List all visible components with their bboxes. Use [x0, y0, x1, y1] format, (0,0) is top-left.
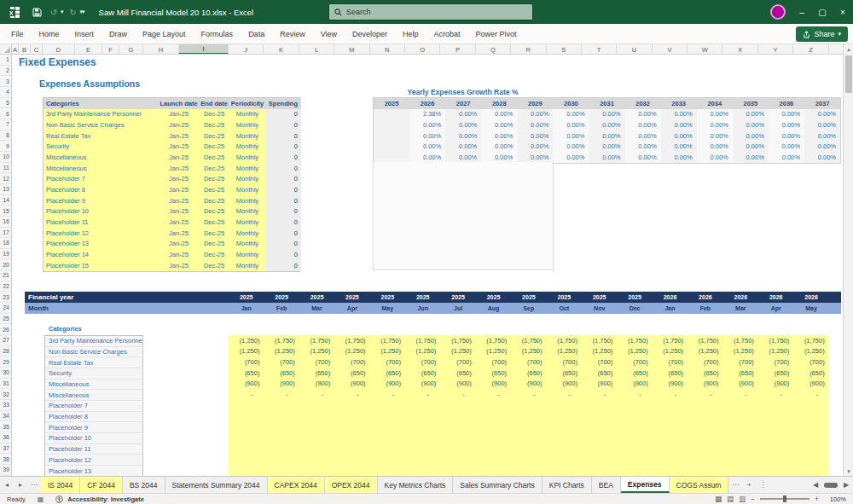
assumptions-row[interactable]: Placeholder 15Jan-25Dec-25Monthly0: [44, 260, 299, 271]
monthly-value-cell[interactable]: (700): [722, 356, 757, 368]
monthly-value-cell[interactable]: [299, 432, 334, 443]
ribbon-tab-page-layout[interactable]: Page Layout: [135, 24, 194, 44]
month-cell[interactable]: Feb: [264, 303, 299, 314]
row-header-20[interactable]: 20: [0, 259, 11, 270]
column-header-V[interactable]: V: [653, 44, 688, 55]
fy-year-cell[interactable]: 2026: [688, 292, 722, 303]
row-header-38[interactable]: 38: [0, 454, 11, 465]
monthly-value-cell[interactable]: [405, 465, 440, 476]
growth-cell[interactable]: 0.00%: [409, 130, 445, 142]
tab-prev-button[interactable]: ◂: [0, 477, 14, 493]
monthly-value-cell[interactable]: (1,250): [299, 346, 334, 357]
monthly-value-cell[interactable]: [476, 443, 511, 455]
view-page-break-button[interactable]: ▥: [739, 495, 746, 503]
growth-cell[interactable]: 0.00%: [625, 109, 661, 120]
monthly-value-cell[interactable]: (700): [334, 356, 369, 368]
hscroll-left-button[interactable]: ◀: [809, 481, 822, 489]
monthly-value-cell[interactable]: [476, 454, 511, 465]
assumptions-cell-spending[interactable]: 0: [265, 195, 301, 206]
zoom-slider-thumb[interactable]: [783, 495, 786, 502]
row-header-39[interactable]: 39: [0, 465, 11, 476]
monthly-value-cell[interactable]: [334, 443, 369, 455]
fy-year-cell[interactable]: 2026: [758, 292, 793, 303]
zoom-out-button[interactable]: −: [751, 495, 755, 503]
fy-year-cell[interactable]: 2025: [405, 292, 440, 303]
growth-year-2027[interactable]: 2027: [445, 98, 481, 109]
monthly-value-cell[interactable]: [405, 454, 440, 465]
monthly-value-cell[interactable]: [582, 443, 617, 455]
monthly-category[interactable]: Placeholder 11: [45, 444, 142, 455]
monthly-value-cell[interactable]: (1,750): [793, 335, 828, 346]
assumptions-cell-end[interactable]: Dec-25: [199, 195, 229, 206]
row-header-7[interactable]: 7: [0, 119, 11, 130]
monthly-value-cell[interactable]: [547, 465, 582, 476]
growth-year-2037[interactable]: 2037: [804, 98, 840, 109]
fy-year-cell[interactable]: 2025: [547, 292, 582, 303]
growth-cell[interactable]: 0.00%: [733, 142, 769, 153]
growth-cell[interactable]: 0.00%: [445, 142, 481, 153]
column-header-O[interactable]: O: [405, 44, 440, 55]
monthly-value-cell[interactable]: -: [688, 389, 722, 400]
row-header-12[interactable]: 12: [0, 173, 11, 184]
column-header-Q[interactable]: Q: [476, 44, 511, 55]
monthly-value-cell[interactable]: (650): [334, 368, 369, 379]
monthly-value-cell[interactable]: (900): [229, 379, 264, 390]
monthly-value-cell[interactable]: (650): [511, 368, 546, 379]
macro-record-icon[interactable]: ▦: [38, 495, 44, 503]
monthly-value-cell[interactable]: [547, 443, 582, 455]
growth-cell[interactable]: 0.00%: [769, 142, 804, 153]
monthly-value-cell[interactable]: [476, 400, 511, 411]
ribbon-tab-view[interactable]: View: [313, 24, 345, 44]
row-header-30[interactable]: 30: [0, 368, 11, 379]
monthly-value-cell[interactable]: [758, 443, 793, 455]
monthly-value-cell[interactable]: (700): [440, 356, 475, 368]
growth-cell[interactable]: [374, 142, 409, 153]
row-header-13[interactable]: 13: [0, 184, 11, 195]
growth-cell[interactable]: 0.00%: [661, 119, 697, 130]
monthly-value-cell[interactable]: [617, 421, 652, 432]
accessibility-icon[interactable]: [55, 495, 63, 503]
growth-cell[interactable]: 0.00%: [517, 109, 553, 120]
assumptions-cell-periodicity[interactable]: Monthly: [229, 249, 265, 260]
ribbon-tab-review[interactable]: Review: [272, 24, 313, 44]
row-header-19[interactable]: 19: [0, 249, 11, 260]
monthly-value-cell[interactable]: -: [793, 389, 828, 400]
monthly-category[interactable]: Real Estate Tax: [45, 357, 142, 368]
assumptions-cell-category[interactable]: Placeholder 15: [44, 260, 159, 271]
monthly-value-cell[interactable]: (650): [688, 368, 722, 379]
month-cell[interactable]: Sep: [511, 303, 546, 314]
monthly-value-cell[interactable]: [440, 421, 475, 432]
assumptions-cell-spending[interactable]: 0: [265, 249, 301, 260]
monthly-value-cell[interactable]: [299, 421, 334, 432]
monthly-value-cell[interactable]: (1,250): [617, 346, 652, 357]
column-header-R[interactable]: R: [511, 44, 546, 55]
growth-cell[interactable]: 0.00%: [553, 119, 589, 130]
assumptions-cell-category[interactable]: Placeholder 9: [44, 195, 159, 206]
assumptions-cell-launch[interactable]: Jan-25: [159, 184, 199, 195]
monthly-value-cell[interactable]: [229, 421, 264, 432]
column-header-Y[interactable]: Y: [758, 44, 793, 55]
monthly-value-cell[interactable]: -: [229, 389, 264, 400]
fy-year-cell[interactable]: 2025: [582, 292, 617, 303]
monthly-value-cell[interactable]: (1,250): [440, 346, 475, 357]
monthly-value-cell[interactable]: (1,250): [229, 346, 264, 357]
monthly-value-cell[interactable]: [617, 454, 652, 465]
monthly-value-cell[interactable]: [264, 421, 299, 432]
ribbon-tab-home[interactable]: Home: [32, 24, 67, 44]
assumptions-cell-spending[interactable]: 0: [265, 119, 301, 130]
monthly-value-cell[interactable]: [758, 421, 793, 432]
monthly-value-cell[interactable]: -: [440, 389, 475, 400]
monthly-value-cell[interactable]: (900): [547, 379, 582, 390]
monthly-value-cell[interactable]: [229, 443, 264, 455]
assumptions-row[interactable]: MiscellaneousJan-25Dec-25Monthly0: [44, 163, 299, 174]
assumptions-cell-spending[interactable]: 0: [265, 163, 301, 174]
assumptions-cell-category[interactable]: Miscellaneous: [44, 163, 159, 174]
assumptions-cell-category[interactable]: Placeholder 10: [44, 206, 159, 217]
monthly-value-cell[interactable]: [688, 432, 722, 443]
monthly-value-cell[interactable]: (650): [229, 368, 264, 379]
monthly-value-cell[interactable]: [334, 465, 369, 476]
monthly-value-cell[interactable]: [511, 421, 546, 432]
monthly-value-cell[interactable]: [582, 421, 617, 432]
monthly-value-cell[interactable]: -: [617, 389, 652, 400]
growth-cell[interactable]: 0.00%: [589, 152, 624, 163]
